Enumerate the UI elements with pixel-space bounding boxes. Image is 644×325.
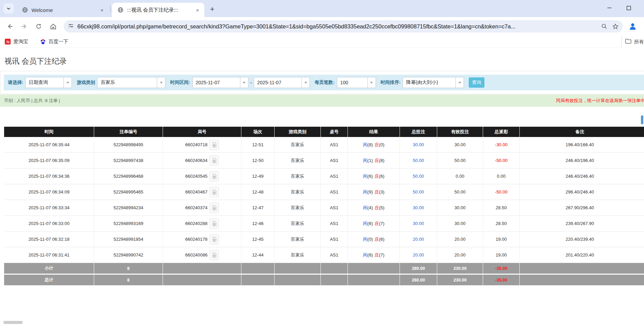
site-info-icon[interactable] bbox=[68, 23, 74, 30]
video-replay-button[interactable] bbox=[210, 203, 219, 213]
cell-total-bet[interactable]: 30.00 bbox=[400, 216, 437, 231]
cell-bet-id: 522948998495 bbox=[94, 137, 163, 152]
video-replay-button[interactable] bbox=[210, 171, 219, 182]
video-file-icon bbox=[212, 221, 217, 226]
bookmark-star-icon[interactable] bbox=[612, 23, 619, 30]
url-bar[interactable]: 66cxkj98.com/ipl/portal.php/game/betreco… bbox=[64, 20, 623, 33]
bookmark-baidu[interactable]: 百度一下 bbox=[40, 38, 68, 45]
date-to-value[interactable]: 2025-11-07 bbox=[254, 77, 302, 88]
chevron-down-icon[interactable] bbox=[64, 77, 72, 88]
column-header: 游戏类别 bbox=[275, 127, 321, 137]
scrollbar-thumb[interactable] bbox=[641, 115, 643, 124]
cell-remark: 220.40/239.40 bbox=[520, 232, 640, 247]
chevron-down-icon[interactable] bbox=[302, 77, 310, 88]
horizontal-scrollbar[interactable] bbox=[3, 321, 23, 324]
tab-welcome[interactable]: Welcome × bbox=[16, 3, 109, 17]
chevron-down-icon[interactable] bbox=[368, 77, 376, 88]
tab-search-button[interactable] bbox=[3, 3, 14, 14]
video-replay-button[interactable] bbox=[210, 155, 219, 166]
banker-points: (7) bbox=[379, 252, 384, 258]
chevron-down-icon[interactable] bbox=[240, 77, 249, 88]
banker-result: 庄 bbox=[375, 221, 379, 227]
tilde-separator: ~ bbox=[250, 80, 253, 85]
page-size-select[interactable]: 100 bbox=[337, 77, 376, 88]
banker-result: 庄 bbox=[375, 236, 379, 242]
sort-select[interactable]: 降幂(由大到小) bbox=[403, 77, 464, 88]
game-type-value[interactable]: 百家乐 bbox=[97, 77, 157, 88]
video-replay-button[interactable] bbox=[210, 187, 219, 197]
cell-payout: 28.50 bbox=[483, 216, 520, 231]
reload-button[interactable] bbox=[33, 21, 45, 32]
close-tab-icon[interactable]: × bbox=[194, 7, 201, 13]
banker-points: (6) bbox=[379, 237, 384, 242]
video-replay-button[interactable] bbox=[210, 218, 219, 229]
banker-points: (6) bbox=[379, 174, 384, 179]
home-button[interactable] bbox=[47, 21, 59, 32]
video-file-icon bbox=[212, 205, 217, 211]
player-points: (6) bbox=[367, 252, 373, 258]
date-to-select[interactable]: 2025-11-07 bbox=[254, 77, 310, 88]
cell-total-bet[interactable]: 30.00 bbox=[400, 200, 437, 215]
page-size-value[interactable]: 100 bbox=[337, 77, 368, 88]
video-replay-button[interactable] bbox=[210, 250, 219, 260]
cell-result: 闲(8)庄(0) bbox=[348, 137, 400, 152]
cell-total-bet[interactable]: 50.00 bbox=[400, 168, 437, 184]
player-result: 闲 bbox=[363, 236, 367, 242]
query-type-select[interactable]: 日期查询 bbox=[25, 77, 72, 88]
round-number: 660240178 bbox=[185, 237, 207, 242]
cell-payout: -30.00 bbox=[483, 137, 520, 152]
forward-button[interactable] bbox=[18, 21, 30, 32]
query-type-value[interactable]: 日期查询 bbox=[25, 77, 64, 88]
profile-avatar-icon[interactable] bbox=[628, 21, 638, 32]
total-row: 总计 8 280.00 230.00 -35.00 bbox=[4, 275, 644, 285]
cell-result: 闲(6)庄(7) bbox=[348, 247, 400, 263]
chevron-down-icon[interactable] bbox=[157, 77, 165, 88]
date-from-value[interactable]: 2025-11-07 bbox=[192, 77, 240, 88]
maximize-button[interactable] bbox=[623, 3, 634, 13]
cell-total-bet[interactable]: 20.00 bbox=[400, 232, 437, 247]
game-type-select[interactable]: 百家乐 bbox=[97, 77, 165, 88]
url-text[interactable]: 66cxkj98.com/ipl/portal.php/game/betreco… bbox=[77, 23, 596, 30]
browser-window: Welcome × :::视讯 会员下注纪录::: × + bbox=[0, 0, 644, 325]
video-replay-button[interactable] bbox=[210, 140, 219, 150]
table-row: 2025-11-07 06:32:18 522948991854 6602401… bbox=[4, 232, 644, 247]
cell-total-bet[interactable]: 20.00 bbox=[400, 247, 437, 263]
video-file-icon bbox=[212, 174, 217, 179]
cell-total-bet[interactable]: 50.00 bbox=[400, 184, 437, 200]
player-points: (4) bbox=[367, 205, 373, 210]
cell-session: 12-51 bbox=[241, 137, 275, 152]
search-button[interactable]: 查询 bbox=[469, 77, 484, 88]
bookmarks-bar: 淘 爱淘宝 百度一下 所有书签 bbox=[0, 36, 644, 48]
date-from-select[interactable]: 2025-11-07 bbox=[192, 77, 249, 88]
table-body: 2025-11-07 06:35:44 522948998495 6602407… bbox=[4, 137, 644, 263]
chevron-down-icon[interactable] bbox=[456, 77, 464, 88]
cell-game-type: 百家乐 bbox=[275, 137, 321, 152]
cell-time: 2025-11-07 06:32:18 bbox=[4, 232, 94, 247]
sort-value[interactable]: 降幂(由大到小) bbox=[403, 77, 456, 88]
back-button[interactable] bbox=[4, 21, 16, 32]
bookmark-taobao[interactable]: 淘 爱淘宝 bbox=[5, 38, 28, 45]
minimize-button[interactable] bbox=[604, 3, 615, 13]
player-result: 闲 bbox=[363, 221, 367, 227]
round-number: 660240467 bbox=[185, 189, 207, 195]
cell-time: 2025-11-07 06:34:09 bbox=[4, 184, 94, 200]
window-controls bbox=[604, 3, 634, 13]
player-points: (0) bbox=[367, 237, 373, 242]
banker-points: (7) bbox=[379, 221, 384, 226]
video-replay-button[interactable] bbox=[210, 234, 219, 245]
chevron-down-icon bbox=[6, 6, 11, 11]
zoom-icon[interactable] bbox=[601, 23, 607, 29]
close-tab-icon[interactable]: × bbox=[99, 7, 105, 13]
column-header: 时间 bbox=[4, 127, 94, 137]
cell-result: 闲(0)庄(6) bbox=[348, 232, 400, 247]
cell-total-bet[interactable]: 50.00 bbox=[400, 153, 437, 168]
player-result: 闲 bbox=[363, 158, 367, 164]
table-row: 2025-11-07 06:35:44 522948998495 6602407… bbox=[4, 137, 644, 153]
player-points: (6) bbox=[367, 221, 373, 226]
cell-total-bet[interactable]: 30.00 bbox=[400, 137, 437, 152]
cell-payout: 28.50 bbox=[483, 200, 520, 215]
video-file-icon bbox=[212, 158, 217, 163]
all-bookmarks-button[interactable]: 所有书签 bbox=[621, 36, 644, 48]
new-tab-button[interactable]: + bbox=[207, 4, 217, 14]
tab-betrecord[interactable]: :::视讯 会员下注纪录::: × bbox=[112, 3, 204, 17]
